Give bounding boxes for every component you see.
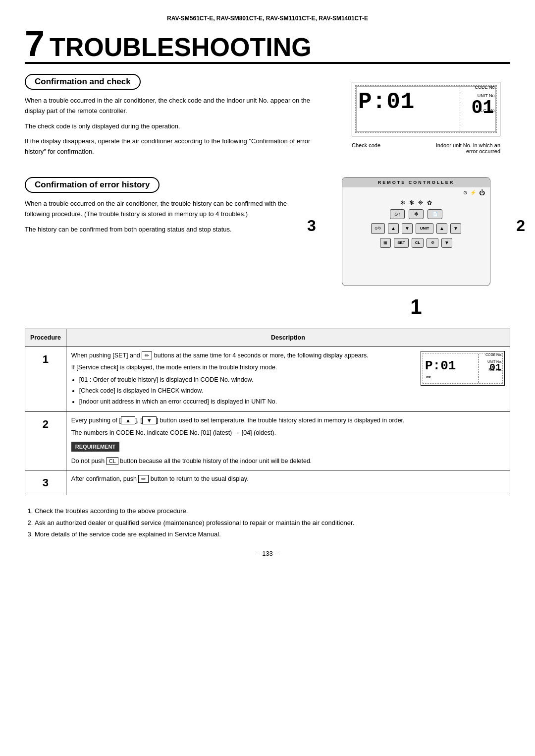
remote-top-bar: REMOTE CONTROLLER — [342, 177, 490, 187]
row1-description: When pushing [SET] and ✏ buttons at the … — [66, 347, 510, 412]
step-number-1-area: 1 — [410, 295, 422, 319]
section1-para1: When a trouble occurred in the air condi… — [25, 96, 327, 116]
section2-para1: When a trouble occurred on the air condi… — [25, 199, 307, 220]
footnote-2: Ask an authorized dealer or qualified se… — [35, 517, 510, 528]
section-confirmation-check: Confirmation and check When a trouble oc… — [25, 74, 510, 162]
procedure-table: Procedure Description 1 When pushing [SE… — [25, 329, 510, 495]
table-row-2: 2 Every pushing of [▲], [▼] button used … — [25, 412, 510, 470]
row3-number: 3 — [25, 470, 66, 495]
section-error-history: Confirmation of error history When a tro… — [25, 177, 510, 319]
footnote-1: Check the troubles according to the abov… — [35, 505, 510, 517]
indoor-unit-label: Indoor unit No. in which an error occurr… — [431, 142, 500, 154]
page-number: – 133 – — [25, 550, 510, 557]
section2-heading: Confirmation of error history — [25, 177, 160, 193]
section2-para2: The history can be confirmed from both o… — [25, 225, 307, 235]
model-header: RAV-SM561CT-E, RAV-SM801CT-E, RAV-SM1101… — [25, 15, 510, 22]
table-row-1: 1 When pushing [SET] and ✏ buttons at th… — [25, 347, 510, 412]
section1-right: CODE No. P:01 UNIT No. R.C. No. 01 Check… — [342, 74, 510, 162]
display-right-text: 01 — [471, 97, 494, 118]
step-number-1: 1 — [410, 295, 422, 318]
table-header-description: Description — [66, 329, 510, 347]
row1-number: 1 — [25, 347, 66, 412]
small-display-row1: CODE No. P:01 UNIT No. R.C. No. 01 ✏ — [421, 351, 505, 386]
step-number-3: 3 — [307, 217, 316, 235]
section1-para3: If the display disappears, operate the a… — [25, 136, 327, 157]
display-diagram: CODE No. P:01 UNIT No. R.C. No. 01 — [352, 82, 500, 136]
chapter-number: 7 — [25, 26, 45, 61]
requirement-label: REQUIREMENT — [71, 442, 119, 452]
diagram-labels: Check code Indoor unit No. in which an e… — [352, 142, 500, 154]
step-number-2: 2 — [516, 217, 525, 235]
row3-description: After confirmation, push ✏ button to ret… — [66, 470, 510, 495]
section1-left: Confirmation and check When a trouble oc… — [25, 74, 327, 162]
chapter-title: TROUBLESHOOTING — [50, 32, 312, 62]
display-main-text: P:01 — [358, 89, 415, 115]
footnotes: Check the troubles according to the abov… — [25, 505, 510, 540]
code-no-label: CODE No. — [475, 85, 496, 90]
remote-controller-diagram: REMOTE CONTROLLER ⊙ ⚡ ⏻ ❄❃❊✿ ⊙↑ ✻ 📄 ⊙↻ ▲… — [342, 177, 490, 286]
section2-right: 3 2 REMOTE CONTROLLER ⊙ ⚡ ⏻ ❄❃❊✿ ⊙↑ ✻ 📄 — [322, 177, 510, 319]
table-header-procedure: Procedure — [25, 329, 66, 347]
chapter-title-row: 7 TROUBLESHOOTING — [25, 26, 510, 62]
row2-description: Every pushing of [▲], [▼] button used to… — [66, 412, 510, 470]
row2-number: 2 — [25, 412, 66, 470]
section1-para2: The check code is only displayed during … — [25, 121, 327, 132]
section1-heading: Confirmation and check — [25, 74, 141, 90]
table-row-3: 3 After confirmation, push ✏ button to r… — [25, 470, 510, 495]
footnote-3: More details of the service code are exp… — [35, 528, 510, 540]
check-code-label: Check code — [352, 142, 380, 154]
section2-left: Confirmation of error history When a tro… — [25, 177, 307, 319]
